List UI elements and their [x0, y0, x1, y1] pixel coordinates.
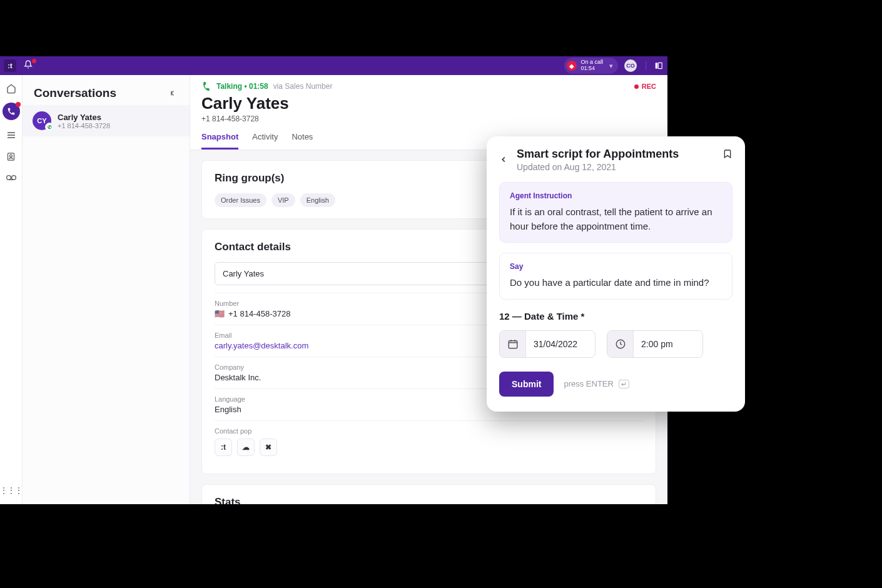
- conversations-title: Conversations: [34, 86, 116, 100]
- rail-contacts[interactable]: [5, 150, 18, 163]
- question-label: 12 — Date & Time *: [499, 311, 732, 322]
- contact-pop-label: Contact pop: [215, 427, 643, 435]
- enter-key-icon: ↵: [619, 380, 629, 388]
- instruction-tag: Agent Instruction: [510, 191, 722, 200]
- svg-rect-8: [509, 340, 517, 348]
- svg-point-3: [10, 155, 13, 157]
- calendar-icon: [500, 331, 526, 357]
- conversation-initials: CY: [37, 117, 46, 124]
- contact-select-value: Carly Yates: [223, 269, 264, 278]
- us-flag-icon: 🇺🇸: [215, 309, 225, 318]
- number-text: +1 814-458-3728: [228, 309, 290, 318]
- contact-phone-heading: +1 814-458-3728: [201, 114, 656, 123]
- topbar: :t ◆ On a call 01:54 ▾ CO: [0, 56, 667, 75]
- say-block: Say Do you have a particular date and ti…: [499, 253, 732, 300]
- say-text: Do you have a particular date and time i…: [510, 276, 722, 290]
- field-contact-pop: Contact pop :t ☁ ✖: [215, 420, 643, 462]
- rec-dot-icon: [634, 84, 639, 89]
- say-tag: Say: [510, 262, 722, 271]
- rail-apps[interactable]: ⋮⋮⋮: [5, 484, 18, 497]
- submit-button[interactable]: Submit: [499, 372, 554, 397]
- phone-icon: [200, 80, 213, 93]
- script-subtitle: Updated on Aug 12, 2021: [517, 162, 679, 172]
- conversation-phone: +1 814-458-3728: [58, 122, 110, 129]
- rail-queue[interactable]: [5, 129, 18, 141]
- topbar-left: :t: [4, 59, 35, 72]
- phone-badge-icon: ✆: [45, 123, 54, 131]
- stats-card: Stats Wait time 01:25 Talking: [201, 484, 656, 504]
- pop-talkdesk-icon[interactable]: :t: [215, 438, 232, 456]
- contact-name-heading: Carly Yates: [201, 94, 656, 113]
- pop-salesforce-icon[interactable]: ☁: [237, 438, 255, 456]
- panel-toggle-icon[interactable]: [646, 61, 664, 70]
- call-status-time: 01:54: [580, 66, 603, 72]
- rec-indicator: REC: [634, 83, 656, 90]
- date-input[interactable]: [526, 331, 595, 357]
- clock-icon: [607, 331, 634, 357]
- chip-order-issues[interactable]: Order Issues: [215, 193, 266, 207]
- notification-dot: [32, 59, 36, 63]
- call-status-pill[interactable]: ◆ On a call 01:54 ▾: [564, 58, 618, 74]
- script-titles: Smart script for Appointments Updated on…: [517, 148, 679, 172]
- rec-label: REC: [642, 83, 656, 90]
- svg-point-4: [6, 176, 11, 180]
- call-via: via Sales Number: [273, 82, 333, 91]
- submit-row: Submit press ENTER ↵: [499, 372, 732, 397]
- time-input[interactable]: [634, 331, 702, 357]
- conversation-text: Carly Yates +1 814-458-3728: [58, 113, 110, 129]
- call-status-line: Talking • 01:58 via Sales Number REC: [201, 81, 656, 91]
- press-enter-text: press ENTER: [564, 379, 613, 388]
- rail-voicemail[interactable]: [5, 171, 18, 184]
- tab-notes[interactable]: Notes: [291, 132, 313, 150]
- tab-snapshot[interactable]: Snapshot: [201, 132, 238, 150]
- script-title: Smart script for Appointments: [517, 148, 679, 161]
- chip-vip[interactable]: VIP: [271, 193, 295, 207]
- datetime-row: [499, 330, 732, 358]
- nav-rail: ⋮⋮⋮: [0, 75, 23, 504]
- pop-zendesk-icon[interactable]: ✖: [260, 438, 277, 456]
- collapse-icon[interactable]: [170, 89, 178, 98]
- tab-activity[interactable]: Activity: [252, 132, 278, 150]
- app-window: :t ◆ On a call 01:54 ▾ CO: [0, 56, 667, 504]
- call-status: Talking • 01:58: [216, 82, 268, 91]
- chevron-down-icon: ▾: [609, 62, 613, 69]
- bookmark-icon[interactable]: [722, 148, 732, 160]
- topbar-right: ◆ On a call 01:54 ▾ CO: [564, 58, 664, 74]
- svg-point-5: [11, 176, 16, 180]
- conversation-item[interactable]: CY ✆ Carly Yates +1 814-458-3728: [23, 105, 190, 136]
- apps-grid-icon: ⋮⋮⋮: [0, 486, 23, 495]
- instruction-block: Agent Instruction If it is an oral contr…: [499, 182, 732, 243]
- app-logo[interactable]: :t: [4, 59, 16, 72]
- svg-rect-1: [658, 63, 662, 68]
- conversation-name: Carly Yates: [58, 113, 110, 122]
- script-header: Smart script for Appointments Updated on…: [499, 148, 732, 172]
- conversations-header: Conversations: [23, 75, 190, 105]
- back-icon[interactable]: [499, 153, 508, 166]
- stats-title: Stats: [215, 496, 643, 504]
- smart-script-panel: Smart script for Appointments Updated on…: [487, 136, 745, 412]
- rail-home[interactable]: [5, 83, 18, 95]
- conversation-avatar: CY ✆: [33, 111, 51, 130]
- date-field[interactable]: [499, 330, 596, 358]
- notifications-button[interactable]: [24, 60, 35, 71]
- chip-english[interactable]: English: [300, 193, 335, 207]
- time-field[interactable]: [607, 330, 703, 358]
- instruction-text: If it is an oral contrast, tell the pati…: [510, 205, 722, 233]
- conversations-panel: Conversations CY ✆ Carly Yates +1 814-45…: [23, 75, 190, 504]
- record-dot-icon: ◆: [567, 61, 577, 71]
- press-enter-hint: press ENTER ↵: [564, 379, 629, 388]
- user-avatar[interactable]: CO: [624, 59, 637, 72]
- rail-conversations[interactable]: [3, 103, 20, 120]
- svg-rect-0: [656, 63, 658, 68]
- contact-pop-icons: :t ☁ ✖: [215, 438, 643, 456]
